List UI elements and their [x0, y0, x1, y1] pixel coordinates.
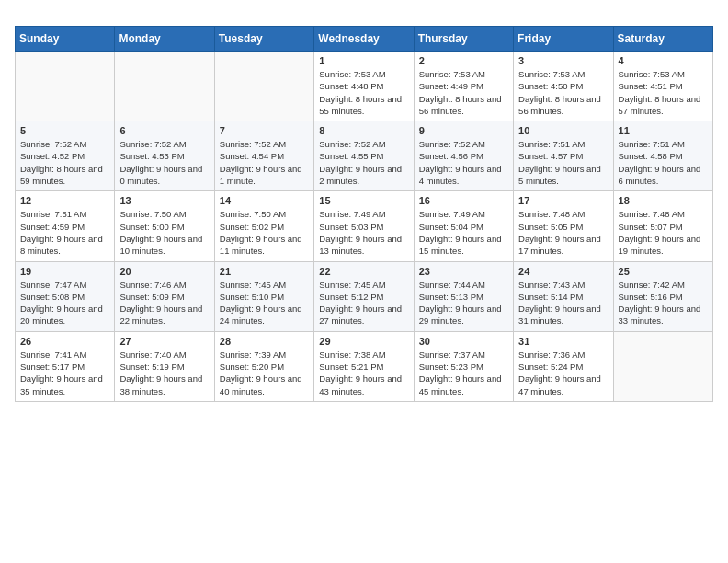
day-number: 9: [419, 125, 508, 136]
day-number: 16: [419, 195, 508, 206]
day-info: Sunrise: 7:51 AMSunset: 4:57 PMDaylight:…: [518, 138, 608, 187]
day-info: Sunrise: 7:38 AMSunset: 5:21 PMDaylight:…: [319, 349, 408, 397]
calendar-cell: 8Sunrise: 7:52 AMSunset: 4:55 PMDaylight…: [314, 121, 414, 191]
calendar-cell: 11Sunrise: 7:51 AMSunset: 4:58 PMDayligh…: [613, 121, 712, 191]
calendar-table: SundayMondayTuesdayWednesdayThursdayFrid…: [15, 26, 713, 402]
day-number: 8: [319, 125, 408, 136]
weekday-header-row: SundayMondayTuesdayWednesdayThursdayFrid…: [16, 27, 713, 52]
day-number: 14: [220, 195, 309, 206]
calendar-cell: 21Sunrise: 7:45 AMSunset: 5:10 PMDayligh…: [214, 261, 313, 331]
day-number: 12: [20, 195, 109, 206]
day-number: 3: [518, 55, 608, 66]
day-info: Sunrise: 7:41 AMSunset: 5:17 PMDaylight:…: [20, 349, 109, 397]
calendar-cell: 15Sunrise: 7:49 AMSunset: 5:03 PMDayligh…: [314, 191, 414, 261]
day-info: Sunrise: 7:45 AMSunset: 5:12 PMDaylight:…: [319, 279, 408, 327]
calendar-cell: 4Sunrise: 7:53 AMSunset: 4:51 PMDaylight…: [613, 52, 712, 121]
day-number: 6: [119, 125, 209, 136]
calendar-cell: [115, 52, 214, 121]
day-number: 4: [619, 55, 708, 66]
day-info: Sunrise: 7:50 AMSunset: 5:00 PMDaylight:…: [119, 208, 209, 257]
calendar-cell: 25Sunrise: 7:42 AMSunset: 5:16 PMDayligh…: [613, 261, 712, 331]
week-row-4: 19Sunrise: 7:47 AMSunset: 5:08 PMDayligh…: [16, 261, 713, 331]
day-info: Sunrise: 7:45 AMSunset: 5:10 PMDaylight:…: [220, 279, 309, 327]
day-number: 2: [419, 55, 508, 66]
calendar-cell: 18Sunrise: 7:48 AMSunset: 5:07 PMDayligh…: [613, 191, 712, 261]
weekday-header-saturday: Saturday: [613, 27, 712, 52]
day-info: Sunrise: 7:43 AMSunset: 5:14 PMDaylight:…: [518, 279, 608, 327]
day-number: 25: [619, 266, 708, 277]
calendar-cell: 26Sunrise: 7:41 AMSunset: 5:17 PMDayligh…: [16, 331, 115, 401]
day-number: 18: [619, 195, 708, 206]
day-number: 13: [119, 195, 209, 206]
calendar-cell: 6Sunrise: 7:52 AMSunset: 4:53 PMDaylight…: [115, 121, 214, 191]
calendar-cell: 12Sunrise: 7:51 AMSunset: 4:59 PMDayligh…: [16, 191, 115, 261]
day-info: Sunrise: 7:53 AMSunset: 4:50 PMDaylight:…: [518, 68, 608, 117]
day-info: Sunrise: 7:53 AMSunset: 4:51 PMDaylight:…: [619, 68, 708, 117]
day-info: Sunrise: 7:52 AMSunset: 4:55 PMDaylight:…: [319, 138, 408, 187]
week-row-2: 5Sunrise: 7:52 AMSunset: 4:52 PMDaylight…: [16, 121, 713, 191]
weekday-header-tuesday: Tuesday: [214, 27, 313, 52]
calendar-cell: 28Sunrise: 7:39 AMSunset: 5:20 PMDayligh…: [214, 331, 313, 401]
day-info: Sunrise: 7:42 AMSunset: 5:16 PMDaylight:…: [619, 279, 708, 327]
day-info: Sunrise: 7:51 AMSunset: 4:58 PMDaylight:…: [619, 138, 708, 187]
day-number: 10: [518, 125, 608, 136]
day-info: Sunrise: 7:40 AMSunset: 5:19 PMDaylight:…: [119, 349, 209, 397]
day-number: 20: [119, 266, 209, 277]
day-info: Sunrise: 7:52 AMSunset: 4:52 PMDaylight:…: [20, 138, 109, 187]
calendar-cell: 19Sunrise: 7:47 AMSunset: 5:08 PMDayligh…: [16, 261, 115, 331]
calendar-cell: [613, 331, 712, 401]
calendar-cell: [214, 52, 313, 121]
day-number: 31: [518, 336, 608, 347]
day-number: 7: [220, 125, 309, 136]
day-info: Sunrise: 7:52 AMSunset: 4:54 PMDaylight:…: [220, 138, 309, 187]
day-number: 5: [20, 125, 109, 136]
day-number: 27: [119, 336, 209, 347]
calendar-cell: 5Sunrise: 7:52 AMSunset: 4:52 PMDaylight…: [16, 121, 115, 191]
weekday-header-monday: Monday: [115, 27, 214, 52]
day-info: Sunrise: 7:37 AMSunset: 5:23 PMDaylight:…: [419, 349, 508, 397]
calendar-cell: 1Sunrise: 7:53 AMSunset: 4:48 PMDaylight…: [314, 52, 414, 121]
day-info: Sunrise: 7:49 AMSunset: 5:04 PMDaylight:…: [419, 208, 508, 257]
calendar-cell: 14Sunrise: 7:50 AMSunset: 5:02 PMDayligh…: [214, 191, 313, 261]
day-info: Sunrise: 7:53 AMSunset: 4:49 PMDaylight:…: [419, 68, 508, 117]
day-info: Sunrise: 7:52 AMSunset: 4:53 PMDaylight:…: [119, 138, 209, 187]
day-info: Sunrise: 7:49 AMSunset: 5:03 PMDaylight:…: [319, 208, 408, 257]
calendar-cell: 9Sunrise: 7:52 AMSunset: 4:56 PMDaylight…: [414, 121, 513, 191]
calendar-cell: 3Sunrise: 7:53 AMSunset: 4:50 PMDaylight…: [514, 52, 613, 121]
day-info: Sunrise: 7:52 AMSunset: 4:56 PMDaylight:…: [419, 138, 508, 187]
calendar-cell: 24Sunrise: 7:43 AMSunset: 5:14 PMDayligh…: [514, 261, 613, 331]
day-number: 23: [419, 266, 508, 277]
day-number: 26: [20, 336, 109, 347]
calendar-cell: 29Sunrise: 7:38 AMSunset: 5:21 PMDayligh…: [314, 331, 414, 401]
week-row-5: 26Sunrise: 7:41 AMSunset: 5:17 PMDayligh…: [16, 331, 713, 401]
calendar-cell: 2Sunrise: 7:53 AMSunset: 4:49 PMDaylight…: [414, 52, 513, 121]
weekday-header-friday: Friday: [514, 27, 613, 52]
day-number: 21: [220, 266, 309, 277]
calendar-cell: 16Sunrise: 7:49 AMSunset: 5:04 PMDayligh…: [414, 191, 513, 261]
calendar-cell: 27Sunrise: 7:40 AMSunset: 5:19 PMDayligh…: [115, 331, 214, 401]
day-number: 29: [319, 336, 408, 347]
day-info: Sunrise: 7:47 AMSunset: 5:08 PMDaylight:…: [20, 279, 109, 327]
day-number: 24: [518, 266, 608, 277]
weekday-header-thursday: Thursday: [414, 27, 513, 52]
day-number: 30: [419, 336, 508, 347]
day-info: Sunrise: 7:51 AMSunset: 4:59 PMDaylight:…: [20, 208, 109, 257]
day-info: Sunrise: 7:36 AMSunset: 5:24 PMDaylight:…: [518, 349, 608, 397]
day-info: Sunrise: 7:53 AMSunset: 4:48 PMDaylight:…: [319, 68, 408, 117]
calendar-cell: [16, 52, 115, 121]
calendar-cell: 17Sunrise: 7:48 AMSunset: 5:05 PMDayligh…: [514, 191, 613, 261]
calendar-cell: 31Sunrise: 7:36 AMSunset: 5:24 PMDayligh…: [514, 331, 613, 401]
day-info: Sunrise: 7:39 AMSunset: 5:20 PMDaylight:…: [220, 349, 309, 397]
day-number: 19: [20, 266, 109, 277]
week-row-3: 12Sunrise: 7:51 AMSunset: 4:59 PMDayligh…: [16, 191, 713, 261]
day-info: Sunrise: 7:48 AMSunset: 5:07 PMDaylight:…: [619, 208, 708, 257]
calendar-cell: 10Sunrise: 7:51 AMSunset: 4:57 PMDayligh…: [514, 121, 613, 191]
calendar-cell: 22Sunrise: 7:45 AMSunset: 5:12 PMDayligh…: [314, 261, 414, 331]
calendar-cell: 7Sunrise: 7:52 AMSunset: 4:54 PMDaylight…: [214, 121, 313, 191]
weekday-header-wednesday: Wednesday: [314, 27, 414, 52]
week-row-1: 1Sunrise: 7:53 AMSunset: 4:48 PMDaylight…: [16, 52, 713, 121]
calendar-cell: 20Sunrise: 7:46 AMSunset: 5:09 PMDayligh…: [115, 261, 214, 331]
calendar-cell: 30Sunrise: 7:37 AMSunset: 5:23 PMDayligh…: [414, 331, 513, 401]
day-number: 1: [319, 55, 408, 66]
day-number: 28: [220, 336, 309, 347]
